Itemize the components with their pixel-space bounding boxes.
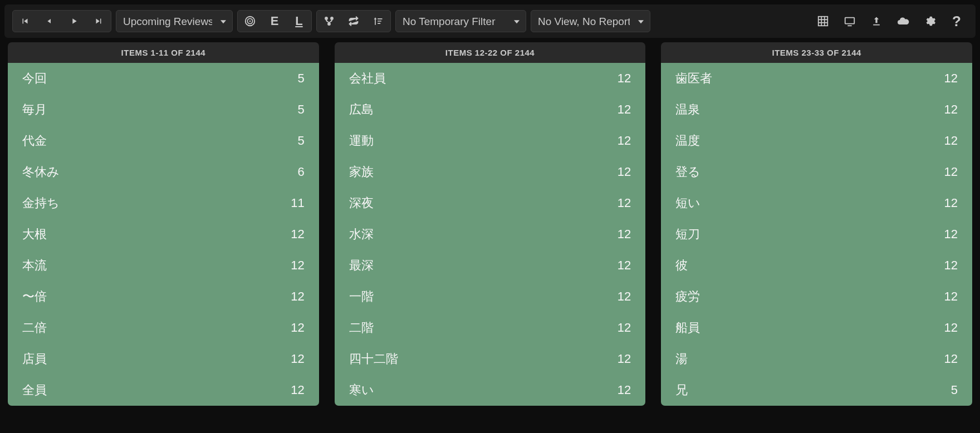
list-item[interactable]: 二階12 <box>335 312 646 343</box>
item-count: 12 <box>618 102 631 117</box>
list-item[interactable]: 深夜12 <box>335 188 646 219</box>
item-count: 12 <box>618 352 631 366</box>
last-button[interactable] <box>86 11 111 32</box>
item-count: 12 <box>618 71 631 86</box>
item-count: 12 <box>944 289 958 304</box>
branch-button[interactable] <box>317 11 341 32</box>
item-count: 12 <box>291 227 304 242</box>
list-item[interactable]: 店員12 <box>8 343 319 375</box>
list-item[interactable]: 本流12 <box>8 250 319 281</box>
item-count: 12 <box>944 71 958 86</box>
cloud-button[interactable] <box>892 10 914 32</box>
list-item[interactable]: 歯医者12 <box>661 63 972 94</box>
first-button[interactable] <box>13 11 37 32</box>
nav-group <box>12 10 111 32</box>
list-item[interactable]: 兄5 <box>661 375 972 406</box>
l-button[interactable]: L <box>287 11 311 32</box>
prev-icon <box>45 17 54 26</box>
list-item[interactable]: 寒い12 <box>335 375 646 406</box>
item-count: 5 <box>297 102 304 117</box>
screen-button[interactable] <box>839 10 861 32</box>
list-item[interactable]: 彼12 <box>661 250 972 281</box>
list-item[interactable]: 運動12 <box>335 125 646 156</box>
item-word: 温泉 <box>675 101 700 118</box>
list-item[interactable]: 大根12 <box>8 219 319 250</box>
item-word: 水深 <box>349 226 374 243</box>
list-item[interactable]: 四十二階12 <box>335 343 646 375</box>
list-item[interactable]: 金持ち11 <box>8 188 319 219</box>
item-count: 12 <box>291 383 304 397</box>
settings-button[interactable] <box>919 10 941 32</box>
item-word: 毎月 <box>22 101 47 118</box>
list-item[interactable]: 代金5 <box>8 125 319 156</box>
column-header: ITEMS 23-33 OF 2144 <box>661 42 972 63</box>
item-word: 今回 <box>22 70 47 87</box>
prev-button[interactable] <box>37 11 62 32</box>
repeat-button[interactable] <box>341 11 366 32</box>
screen-icon <box>844 15 856 27</box>
item-count: 12 <box>618 196 631 210</box>
item-count: 5 <box>297 134 304 148</box>
skip-first-icon <box>20 16 30 26</box>
item-word: 二倍 <box>22 319 47 336</box>
item-count: 12 <box>291 258 304 273</box>
grid-button[interactable] <box>812 10 834 32</box>
list-item[interactable]: 短い12 <box>661 188 972 219</box>
item-word: 本流 <box>22 257 47 274</box>
sort-icon <box>373 16 384 27</box>
branch-icon <box>324 16 335 27</box>
list-item[interactable]: 船員12 <box>661 312 972 343</box>
list-item[interactable]: 一階12 <box>335 281 646 312</box>
item-word: 〜倍 <box>22 288 47 305</box>
play-icon <box>70 17 79 26</box>
grid-icon <box>817 15 829 27</box>
list-item[interactable]: 家族12 <box>335 156 646 188</box>
help-button[interactable]: ? <box>945 10 968 32</box>
list-item[interactable]: 広島12 <box>335 94 646 125</box>
svg-point-3 <box>325 17 327 19</box>
list-item[interactable]: 最深12 <box>335 250 646 281</box>
view-select[interactable]: Upcoming Reviews <box>116 10 233 32</box>
list-item[interactable]: 湯12 <box>661 343 972 375</box>
item-word: 冬休み <box>22 164 60 180</box>
list-item[interactable]: 疲労12 <box>661 281 972 312</box>
target-button[interactable] <box>238 11 262 32</box>
upload-button[interactable] <box>865 10 888 32</box>
report-select[interactable]: No View, No Report <box>531 10 650 32</box>
item-word: 登る <box>675 164 700 180</box>
item-count: 12 <box>291 321 304 335</box>
item-count: 5 <box>297 71 304 86</box>
list-item[interactable]: 水深12 <box>335 219 646 250</box>
list-item[interactable]: 短刀12 <box>661 219 972 250</box>
column-2: ITEMS 12-22 OF 2144 会社員12広島12運動12家族12深夜1… <box>335 42 646 406</box>
list-item[interactable]: 登る12 <box>661 156 972 188</box>
item-count: 12 <box>291 289 304 304</box>
list-item[interactable]: 温度12 <box>661 125 972 156</box>
column-3: ITEMS 23-33 OF 2144 歯医者12温泉12温度12登る12短い1… <box>661 42 972 406</box>
column-header: ITEMS 1-11 OF 2144 <box>8 42 319 63</box>
list-item[interactable]: 今回5 <box>8 63 319 94</box>
list-item[interactable]: 〜倍12 <box>8 281 319 312</box>
list-item[interactable]: 全員12 <box>8 375 319 406</box>
item-count: 11 <box>291 196 304 210</box>
e-button[interactable]: E <box>262 11 287 32</box>
item-word: 一階 <box>349 288 374 305</box>
item-word: 兄 <box>675 382 688 398</box>
list-item[interactable]: 毎月5 <box>8 94 319 125</box>
list-item[interactable]: 温泉12 <box>661 94 972 125</box>
filter-select-wrap: No Temporary Filter <box>395 10 526 32</box>
list-item[interactable]: 冬休み6 <box>8 156 319 188</box>
filter-select[interactable]: No Temporary Filter <box>395 10 526 32</box>
item-count: 12 <box>291 352 304 366</box>
svg-point-4 <box>331 17 333 19</box>
item-count: 5 <box>951 383 958 397</box>
item-word: 短刀 <box>675 226 700 243</box>
sort-button[interactable] <box>366 11 390 32</box>
upload-icon <box>871 16 882 27</box>
column-1: ITEMS 1-11 OF 2144 今回5毎月5代金5冬休み6金持ち11大根1… <box>8 42 319 406</box>
item-count: 12 <box>618 165 631 179</box>
list-item[interactable]: 二倍12 <box>8 312 319 343</box>
item-word: 家族 <box>349 164 374 180</box>
list-item[interactable]: 会社員12 <box>335 63 646 94</box>
play-button[interactable] <box>62 11 86 32</box>
